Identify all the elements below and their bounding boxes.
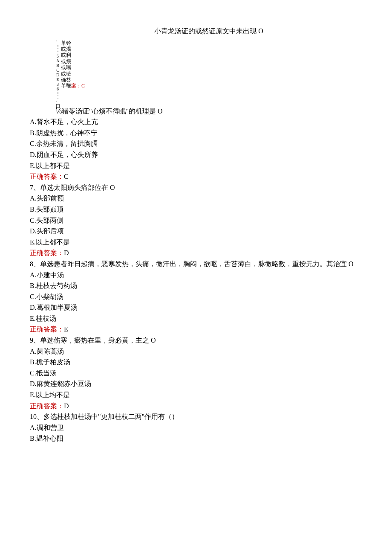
q7-stem: 7、单选太阳病头痛部位在 O xyxy=(30,182,362,193)
q9-opt-b: B.栀子柏皮汤 xyxy=(30,357,362,368)
answer-label: 正确答案： xyxy=(30,402,64,410)
vertical-column: 、⋮⋮5ABCDE36⋮⋮囗、 xyxy=(55,40,60,105)
q9-opt-d: D.麻黄连貂赤小豆汤 xyxy=(30,378,362,389)
q9-answer: 正确答案：D xyxy=(30,401,362,412)
page-title: 小青龙汤证的或然证原文中未出现 O xyxy=(55,26,362,37)
q9-opt-e: E.以上均不是 xyxy=(30,389,362,401)
q6-opt-b: B.阴虚热扰，心神不宁 xyxy=(30,128,362,139)
q7-opt-e: E.以上都不是 xyxy=(30,237,362,248)
answer-label: 正确答案： xyxy=(30,249,64,256)
q9-opt-a: A.茵陈蒿汤 xyxy=(30,346,362,357)
q8-stem: 8、单选患者昨日起病，恶寒发热，头痛，微汗出，胸闷，欲呕，舌苔薄白，脉微略数，重… xyxy=(30,259,362,270)
q10-opt-b: B.温补心阳 xyxy=(30,433,362,444)
q7-opt-c: C.头部两侧 xyxy=(30,215,362,226)
answer-value: D xyxy=(64,249,69,256)
answer-label: 正确答案： xyxy=(30,173,64,180)
v-opt: 或烦 xyxy=(61,58,85,64)
q6-answer: 正确答案：C xyxy=(30,171,362,182)
v-opt: 确答 xyxy=(61,77,85,83)
v-opt: 或渴 xyxy=(61,46,85,52)
v-opt: 单鞭案：C xyxy=(61,83,85,89)
v-opt: 或喘 xyxy=(61,64,85,70)
q8-opt-a: A.小建中汤 xyxy=(30,270,362,281)
q7-opt-d: D.头部后项 xyxy=(30,226,362,237)
q10-stem: 10、多选桂枝加桂汤中"更加桂枝二两"作用有（） xyxy=(30,411,362,422)
q6-stem: ⅟₈猪苓汤证"心烦不得眠"的机理是 O xyxy=(55,106,362,117)
q7-answer: 正确答案：D xyxy=(30,247,362,259)
q8-opt-e: E.桂枝汤 xyxy=(30,313,362,324)
vertical-options: 单钤 或渴 或利 或烦 或喘 或噎 确答 单鞭案：C xyxy=(61,40,85,89)
v-opt: 或噎 xyxy=(61,71,85,77)
q9-stem: 9、单选伤寒，瘀热在里，身必黄，主之 O xyxy=(30,335,362,346)
q8-answer: 正确答案：E xyxy=(30,324,362,335)
answer-value: E xyxy=(64,325,68,333)
q9-opt-c: C.抵当汤 xyxy=(30,368,362,379)
q6-opt-a: A.肾水不足，心火上亢 xyxy=(30,116,362,128)
vertical-block: 、⋮⋮5ABCDE36⋮⋮囗、 单钤 或渴 或利 或烦 或喘 或噎 确答 单鞭案… xyxy=(30,40,362,105)
q7-opt-b: B.头部巅顶 xyxy=(30,204,362,215)
q8-opt-c: C.小柴胡汤 xyxy=(30,291,362,302)
q8-opt-d: D.葛根加半夏汤 xyxy=(30,302,362,313)
q6-opt-e: E.以上都不是 xyxy=(30,160,362,171)
q7-opt-a: A.头部前额 xyxy=(30,193,362,204)
v-opt: 或利 xyxy=(61,52,85,58)
q6-opt-c: C.余热未清，留扰胸膈 xyxy=(30,138,362,149)
v-opt: 单钤 xyxy=(61,40,85,46)
answer-label: 正确答案： xyxy=(30,325,64,333)
answer-text: 案：C xyxy=(71,83,85,89)
answer-value: C xyxy=(64,173,69,180)
q6-opt-d: D.阴血不足，心失所养 xyxy=(30,149,362,160)
q8-opt-b: B.桂枝去芍药汤 xyxy=(30,280,362,291)
answer-value: D xyxy=(64,402,69,410)
q10-opt-a: A.调和营卫 xyxy=(30,422,362,433)
